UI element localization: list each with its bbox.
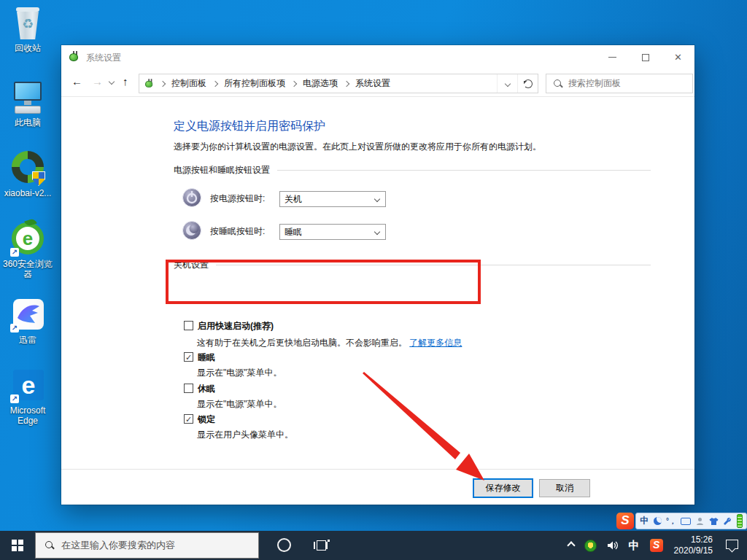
sogou-tray-icon[interactable]: S xyxy=(645,531,668,560)
title-bar[interactable]: 系统设置 ✕ xyxy=(61,45,694,69)
system-settings-window: 系统设置 ✕ ← → ↑ 控制面板 所有控制面板项 xyxy=(61,45,694,505)
ime-punctuation-icon[interactable]: °， xyxy=(666,516,676,526)
ime-mode-chinese[interactable]: 中 xyxy=(640,515,649,527)
volume-icon[interactable] xyxy=(602,531,624,560)
desktop: ♻ 回收站 此电脑 xiaobai-v2... e ↗ 360安全浏览器 xyxy=(0,0,747,560)
close-button[interactable]: ✕ xyxy=(662,45,694,69)
hibernate-description: 显示在"电源"菜单中。 xyxy=(197,398,282,411)
power-options-app-icon xyxy=(69,51,80,63)
sogou-ime-toolbar[interactable]: S 中 °， xyxy=(616,512,747,530)
sleep-button-action-select[interactable]: 睡眠 xyxy=(279,224,386,240)
breadcrumb-chevron-icon xyxy=(291,80,297,86)
save-changes-button[interactable]: 保存修改 xyxy=(473,479,533,497)
breadcrumb-system-settings[interactable]: 系统设置 xyxy=(354,77,392,90)
forward-icon[interactable]: → xyxy=(92,75,103,88)
clock[interactable]: 15:26 2020/9/15 xyxy=(668,534,719,556)
checkbox-icon[interactable]: ✓ xyxy=(184,414,193,424)
hibernate-checkbox[interactable]: 休眠 xyxy=(184,383,215,395)
sleep-button-label: 按睡眠按钮时: xyxy=(210,225,265,238)
windows-logo-icon xyxy=(12,540,23,551)
address-dropdown-button[interactable] xyxy=(497,74,517,93)
power-button-action-select[interactable]: 关机 xyxy=(279,191,386,207)
search-icon xyxy=(45,541,54,550)
tray-expand-chevron-icon[interactable] xyxy=(563,531,579,560)
tray-date: 2020/9/15 xyxy=(674,545,713,556)
cortana-icon[interactable] xyxy=(277,538,291,552)
checkbox-icon[interactable] xyxy=(184,321,193,330)
breadcrumb-chevron-icon xyxy=(160,80,166,86)
refresh-icon xyxy=(524,79,533,88)
edge-icon: e ↗ xyxy=(10,368,45,403)
address-bar[interactable]: 控制面板 所有控制面板项 电源选项 系统设置 xyxy=(139,74,538,93)
shortcut-arrow-icon: ↗ xyxy=(10,324,19,332)
task-view-icon[interactable] xyxy=(314,540,330,551)
navigation-bar: ← → ↑ 控制面板 所有控制面板项 电源选项 系统设置 xyxy=(61,69,694,97)
taskbar-search-placeholder: 在这里输入你要搜索的内容 xyxy=(61,539,175,552)
breadcrumb-power-options[interactable]: 电源选项 xyxy=(301,77,339,90)
icon-label: 此电脑 xyxy=(0,117,55,128)
ime-fullwidth-moon-icon[interactable] xyxy=(654,517,662,525)
tray-time: 15:26 xyxy=(674,534,713,545)
fast-startup-checkbox[interactable]: 启用快速启动(推荐) xyxy=(184,320,274,332)
control-panel-search-input[interactable]: 搜索控制面板 xyxy=(546,74,693,93)
settings-content: 定义电源按钮并启用密码保护 选择要为你的计算机设置的电源设置。在此页上对设置所做… xyxy=(61,97,694,481)
icon-label: 360安全浏览器 xyxy=(0,259,55,279)
maximize-button[interactable] xyxy=(629,45,662,69)
xiaobai-icon xyxy=(10,151,45,186)
ime-toolbox-wrench-icon[interactable] xyxy=(723,517,732,526)
power-button-icon xyxy=(182,188,201,207)
ime-skin-shirt-icon[interactable] xyxy=(709,517,719,526)
fast-startup-description: 这有助于在关机之后更快地启动电脑。不会影响重启。 了解更多信息 xyxy=(197,337,462,349)
lock-description: 显示在用户头像菜单中。 xyxy=(197,429,293,441)
ime-account-icon[interactable] xyxy=(696,517,705,526)
chevron-down-icon xyxy=(374,229,380,235)
page-description: 选择要为你的计算机设置的电源设置。在此页上对设置所做的更改将应用于你所有的电源计… xyxy=(174,141,541,153)
checkbox-icon[interactable]: ✓ xyxy=(184,352,193,362)
taskbar-search-input[interactable]: 在这里输入你要搜索的内容 xyxy=(35,532,259,559)
button-bar: 保存修改 取消 xyxy=(61,469,694,505)
back-icon[interactable]: ← xyxy=(71,75,82,88)
ime-softkeyboard-icon[interactable] xyxy=(681,518,691,525)
power-button-label: 按电源按钮时: xyxy=(210,192,265,205)
icon-label: xiaobai-v2... xyxy=(0,188,55,198)
minimize-button[interactable] xyxy=(596,45,629,69)
thunder-icon: ↗ xyxy=(10,298,45,332)
shortcut-arrow-icon: ↗ xyxy=(10,394,19,403)
desktop-icon-edge[interactable]: e ↗ Microsoft Edge xyxy=(0,368,55,426)
icon-label: Microsoft Edge xyxy=(0,405,55,426)
desktop-icon-360-browser[interactable]: e ↗ 360安全浏览器 xyxy=(0,222,55,279)
this-pc-icon xyxy=(10,80,45,115)
icon-label: 迅雷 xyxy=(0,335,55,345)
icon-label: 回收站 xyxy=(0,43,55,53)
ime-language-indicator[interactable]: 中 xyxy=(624,531,645,560)
start-button[interactable] xyxy=(0,531,35,560)
desktop-icon-xiaobai[interactable]: xiaobai-v2... xyxy=(0,151,55,198)
lock-checkbox[interactable]: ✓ 锁定 xyxy=(184,413,215,426)
window-title: 系统设置 xyxy=(86,52,121,64)
desktop-icon-this-pc[interactable]: 此电脑 xyxy=(0,80,55,128)
sleep-checkbox[interactable]: ✓ 睡眠 xyxy=(184,351,215,364)
address-location-icon xyxy=(144,79,155,89)
breadcrumb-all-items[interactable]: 所有控制面板项 xyxy=(222,77,287,90)
checkbox-icon[interactable] xyxy=(184,384,193,393)
ime-battery-icon xyxy=(737,514,743,528)
sleep-description: 显示在"电源"菜单中。 xyxy=(197,367,282,379)
chevron-down-icon xyxy=(374,196,380,202)
action-center-icon[interactable] xyxy=(726,540,738,549)
selected-value: 睡眠 xyxy=(285,226,375,238)
refresh-button[interactable] xyxy=(517,74,538,93)
sleep-button-icon xyxy=(182,221,201,240)
up-icon[interactable]: ↑ xyxy=(123,75,128,88)
desktop-icon-thunder[interactable]: ↗ 迅雷 xyxy=(0,298,55,345)
sogou-logo-icon[interactable]: S xyxy=(616,513,634,529)
selected-value: 关机 xyxy=(285,193,375,206)
360-browser-icon: e ↗ xyxy=(10,222,45,257)
learn-more-link[interactable]: 了解更多信息 xyxy=(409,338,462,348)
recent-pages-chevron-icon[interactable] xyxy=(109,79,115,85)
desktop-icon-recycle-bin[interactable]: ♻ 回收站 xyxy=(0,6,55,53)
shortcut-arrow-icon: ↗ xyxy=(10,248,19,257)
cancel-button[interactable]: 取消 xyxy=(539,479,590,497)
360-tray-icon[interactable] xyxy=(579,531,602,560)
breadcrumb-control-panel[interactable]: 控制面板 xyxy=(170,77,208,90)
system-tray: 中 S 15:26 2020/9/15 xyxy=(563,531,747,560)
